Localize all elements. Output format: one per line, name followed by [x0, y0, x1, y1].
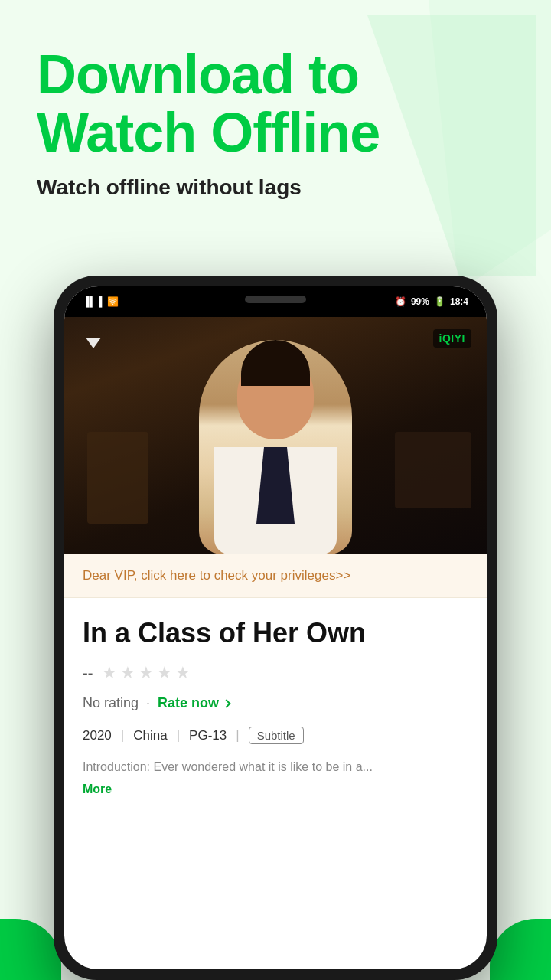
- content-area: In a Class of Her Own -- ★ ★ ★ ★ ★ No ra…: [64, 598, 487, 812]
- star-1: ★: [102, 663, 117, 683]
- video-bg-furniture-left: [87, 432, 148, 524]
- iqiyi-logo: iQIYI: [433, 329, 471, 348]
- star-5: ★: [175, 663, 191, 683]
- corner-bottom-left: [0, 919, 61, 980]
- dot-separator: ·: [146, 695, 150, 711]
- status-left: ▐▌▐ 🛜: [83, 296, 119, 307]
- chevron-down-icon: [86, 338, 101, 348]
- meta-row: 2020 | China | PG-13 | Subtitle: [83, 727, 468, 744]
- corner-bottom-right: [490, 919, 551, 980]
- main-title: Download to Watch Offline: [37, 46, 514, 162]
- rate-now-button[interactable]: Rate now: [158, 695, 230, 711]
- video-person-figure: [199, 340, 352, 554]
- video-bg-furniture-right: [395, 432, 471, 508]
- star-3: ★: [139, 663, 154, 683]
- no-rating-row: No rating · Rate now: [83, 695, 468, 711]
- time-display: 18:4: [450, 296, 468, 307]
- title-line2: Watch Offline: [37, 102, 380, 163]
- show-year: 2020: [83, 728, 112, 743]
- meta-divider-2: |: [177, 728, 180, 743]
- video-back-button[interactable]: [80, 329, 107, 357]
- tagline: Watch offline without lags: [37, 175, 514, 200]
- vip-banner-text: Dear VIP, click here to check your privi…: [83, 568, 350, 583]
- show-title: In a Class of Her Own: [83, 616, 468, 649]
- battery-percent: 99%: [411, 296, 429, 307]
- video-area: iQIYI: [64, 317, 487, 554]
- wifi-icon: 🛜: [107, 296, 119, 307]
- phone-screen: ▐▌▐ 🛜 ⏰ 99% 🔋 18:4: [64, 286, 487, 969]
- star-2: ★: [120, 663, 135, 683]
- stars-container: ★ ★ ★ ★ ★: [102, 663, 191, 683]
- rating-dash: --: [83, 665, 93, 682]
- clock-icon: ⏰: [395, 296, 406, 307]
- meta-divider-3: |: [236, 728, 239, 743]
- signal-icon: ▐▌▐: [83, 296, 103, 307]
- star-4: ★: [157, 663, 172, 683]
- more-link[interactable]: More: [83, 782, 112, 795]
- chevron-right-icon: [222, 699, 230, 707]
- meta-divider-1: |: [121, 728, 124, 743]
- phone-outer: ▐▌▐ 🛜 ⏰ 99% 🔋 18:4: [54, 276, 497, 980]
- rate-now-label: Rate now: [158, 695, 219, 711]
- rating-row: -- ★ ★ ★ ★ ★: [83, 663, 468, 683]
- show-age-rating: PG-13: [189, 728, 227, 743]
- title-line1: Download to: [37, 44, 359, 105]
- status-right: ⏰ 99% 🔋 18:4: [395, 296, 468, 307]
- intro-text: Introduction: Ever wondered what it is l…: [83, 758, 468, 776]
- no-rating-text: No rating: [83, 695, 139, 711]
- battery-icon: 🔋: [434, 296, 445, 307]
- phone-speaker: [245, 296, 306, 303]
- top-section: Download to Watch Offline Watch offline …: [0, 0, 551, 223]
- phone-mockup: ▐▌▐ 🛜 ⏰ 99% 🔋 18:4: [54, 276, 497, 980]
- subtitle-badge: Subtitle: [249, 727, 304, 744]
- show-country: China: [133, 728, 167, 743]
- vip-banner[interactable]: Dear VIP, click here to check your privi…: [64, 554, 487, 598]
- video-costume: [214, 447, 337, 554]
